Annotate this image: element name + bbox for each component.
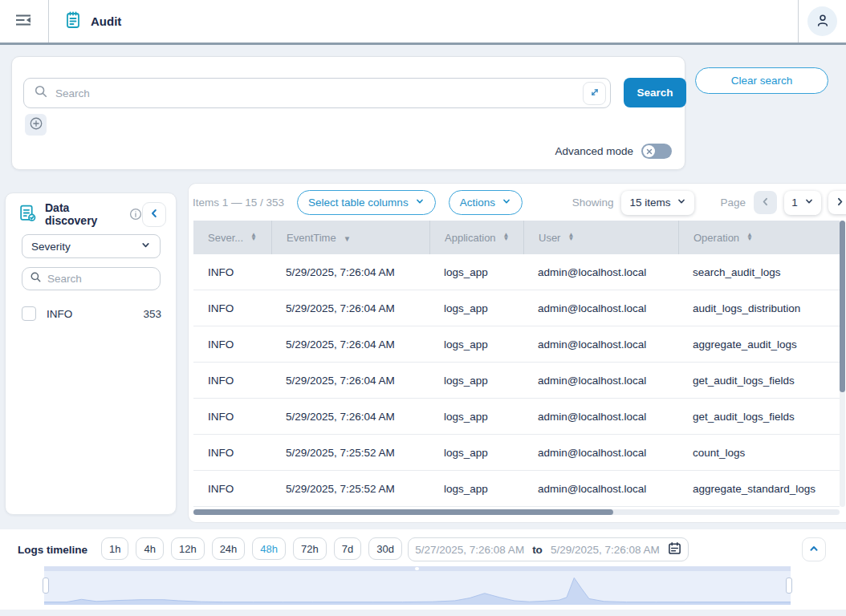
table-cell: logs_app bbox=[429, 290, 523, 326]
range-button-24h[interactable]: 24h bbox=[212, 537, 246, 560]
user-avatar-button[interactable] bbox=[807, 6, 837, 36]
horizontal-scrollbar-thumb[interactable] bbox=[193, 509, 613, 515]
plus-circle-icon bbox=[29, 116, 43, 133]
vertical-scrollbar-thumb[interactable] bbox=[840, 221, 845, 392]
column-header-label: Sever... bbox=[208, 232, 243, 244]
table-cell: logs_app bbox=[429, 471, 523, 506]
advanced-mode-toggle[interactable] bbox=[641, 144, 672, 159]
search-button[interactable]: Search bbox=[624, 78, 686, 107]
select-columns-button[interactable]: Select table columns bbox=[297, 190, 436, 215]
column-header[interactable]: User▲▼ bbox=[523, 221, 678, 254]
sort-icon: ▲▼ bbox=[250, 233, 257, 241]
table-cell: INFO bbox=[193, 290, 271, 326]
actions-label: Actions bbox=[460, 197, 495, 209]
table-cell: 5/29/2025, 7:25:52 AM bbox=[271, 435, 429, 470]
range-buttons: 1h4h12h24h48h72h7d30dtoday bbox=[101, 537, 451, 560]
date-from: 5/27/2025, 7:26:08 AM bbox=[415, 544, 524, 556]
previous-page-button[interactable] bbox=[754, 191, 777, 214]
chevron-down-icon bbox=[677, 197, 686, 209]
brush-grip[interactable] bbox=[415, 567, 419, 570]
table-row[interactable]: INFO5/29/2025, 7:26:04 AMlogs_appadmin@l… bbox=[193, 290, 840, 326]
table-cell: logs_app bbox=[429, 435, 523, 470]
table-cell: logs_app bbox=[429, 326, 523, 362]
table-cell: admin@localhost.local bbox=[523, 326, 678, 362]
column-header[interactable]: Application▲▼ bbox=[429, 221, 523, 254]
date-range-picker[interactable]: 5/27/2025, 7:26:08 AM to 5/29/2025, 7:26… bbox=[408, 537, 689, 561]
column-header[interactable]: EventTime▼ bbox=[271, 221, 429, 254]
table-row[interactable]: INFO5/29/2025, 7:25:52 AMlogs_appadmin@l… bbox=[193, 435, 840, 471]
facet-search-input[interactable] bbox=[47, 273, 153, 285]
calendar-icon[interactable] bbox=[668, 541, 681, 557]
column-header[interactable]: Sever...▲▼ bbox=[193, 221, 271, 254]
sort-icon: ▲▼ bbox=[567, 233, 574, 241]
range-button-4h[interactable]: 4h bbox=[136, 537, 163, 560]
top-bar: Audit bbox=[0, 0, 846, 45]
brush-handle-left[interactable] bbox=[43, 578, 49, 594]
sidebar-toggle-button[interactable] bbox=[6, 5, 40, 38]
horizontal-scrollbar[interactable] bbox=[193, 509, 840, 515]
timeline-area-fill bbox=[44, 578, 791, 605]
table-cell: aggregate_audit_logs bbox=[678, 326, 840, 362]
table-body: INFO5/29/2025, 7:26:04 AMlogs_appadmin@l… bbox=[193, 254, 840, 507]
search-panel: Search Advanced mode bbox=[11, 56, 685, 170]
collapse-timeline-button[interactable] bbox=[802, 537, 826, 561]
chevron-down-icon bbox=[140, 240, 151, 253]
table-cell: admin@localhost.local bbox=[523, 471, 678, 506]
next-page-button[interactable] bbox=[828, 191, 846, 214]
expand-icon bbox=[589, 87, 600, 100]
table-cell: get_audit_logs_fields bbox=[678, 399, 840, 434]
table-cell: admin@localhost.local bbox=[523, 435, 678, 470]
page-number-value: 1 bbox=[791, 197, 798, 209]
brush-handle-right[interactable] bbox=[786, 578, 792, 594]
range-button-1h[interactable]: 1h bbox=[101, 537, 128, 560]
table-cell: 5/29/2025, 7:26:04 AM bbox=[271, 326, 429, 362]
timeline-area-chart bbox=[44, 571, 791, 605]
range-button-72h[interactable]: 72h bbox=[293, 537, 327, 560]
table-cell: INFO bbox=[193, 363, 271, 398]
collapse-sidebar-button[interactable] bbox=[142, 202, 166, 227]
data-discovery-panel: Data discovery Severity INFO353 bbox=[5, 192, 177, 515]
add-filter-button[interactable] bbox=[25, 114, 47, 136]
page-size-dropdown[interactable]: 15 items bbox=[621, 191, 694, 215]
timeline-chart[interactable] bbox=[44, 566, 791, 605]
info-icon[interactable] bbox=[129, 208, 142, 221]
facet-checkbox[interactable] bbox=[22, 306, 36, 321]
range-button-7d[interactable]: 7d bbox=[334, 537, 361, 560]
timeline-title: Logs timeline bbox=[18, 544, 87, 556]
page-number-dropdown[interactable]: 1 bbox=[784, 191, 821, 215]
search-input[interactable] bbox=[55, 87, 576, 99]
date-range-to-label: to bbox=[532, 544, 543, 556]
timeline-area-line bbox=[44, 578, 791, 602]
expand-search-button[interactable] bbox=[583, 82, 606, 105]
topbar-divider bbox=[48, 0, 49, 43]
range-button-48h[interactable]: 48h bbox=[252, 537, 286, 560]
vertical-scrollbar[interactable] bbox=[840, 221, 845, 507]
facet-row: INFO353 bbox=[22, 305, 161, 322]
logs-timeline-panel: Logs timeline 1h4h12h24h48h72h7d30dtoday… bbox=[0, 529, 846, 610]
table-cell: aggregate_standard_logs bbox=[678, 471, 840, 506]
table-row[interactable]: INFO5/29/2025, 7:25:52 AMlogs_appadmin@l… bbox=[193, 471, 840, 507]
table-cell: admin@localhost.local bbox=[523, 399, 678, 434]
sort-icon: ▲▼ bbox=[503, 233, 510, 241]
table-row[interactable]: INFO5/29/2025, 7:26:04 AMlogs_appadmin@l… bbox=[193, 363, 840, 399]
table-cell: INFO bbox=[193, 471, 271, 506]
topbar-right-divider bbox=[798, 0, 799, 43]
table-row[interactable]: INFO5/29/2025, 7:26:04 AMlogs_appadmin@l… bbox=[193, 254, 840, 290]
clear-search-button[interactable]: Clear search bbox=[695, 67, 828, 94]
actions-button[interactable]: Actions bbox=[449, 190, 523, 215]
menu-icon bbox=[14, 10, 33, 32]
range-button-30d[interactable]: 30d bbox=[368, 537, 402, 560]
field-selector[interactable]: Severity bbox=[22, 234, 161, 258]
table-cell: count_logs bbox=[678, 435, 840, 470]
data-discovery-title: Data discovery bbox=[45, 201, 124, 227]
search-icon bbox=[34, 84, 48, 102]
field-selector-value: Severity bbox=[31, 241, 71, 253]
column-header[interactable]: Operation▲▼ bbox=[678, 221, 840, 254]
table-row[interactable]: INFO5/29/2025, 7:26:04 AMlogs_appadmin@l… bbox=[193, 326, 840, 363]
table-row[interactable]: INFO5/29/2025, 7:26:04 AMlogs_appadmin@l… bbox=[193, 399, 840, 435]
table-cell: logs_app bbox=[429, 254, 523, 290]
chevron-right-icon bbox=[835, 197, 845, 209]
advanced-mode-label: Advanced mode bbox=[555, 145, 633, 157]
range-button-12h[interactable]: 12h bbox=[171, 537, 205, 560]
table-cell: admin@localhost.local bbox=[523, 290, 678, 326]
